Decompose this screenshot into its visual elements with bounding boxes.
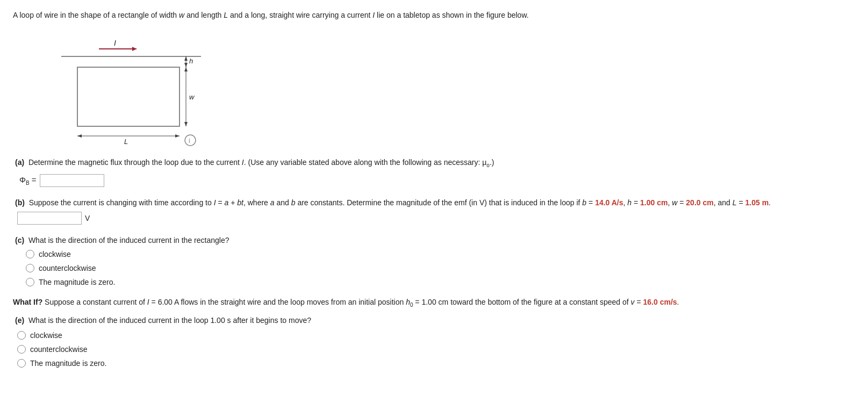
option-e-counterclockwise[interactable]: counterclockwise <box>17 345 855 354</box>
svg-text:w: w <box>189 93 195 101</box>
option-c-zero-label: The magnitude is zero. <box>39 278 115 286</box>
radio-c-zero-circle <box>26 278 34 286</box>
part-e-block: (e) What is the direction of the induced… <box>15 314 855 367</box>
svg-marker-11 <box>184 122 188 126</box>
part-c-label: (c) What is the direction of the induced… <box>15 234 855 246</box>
phi-label: ΦB = <box>19 175 37 186</box>
figure-container: I h w L i <box>45 28 217 147</box>
part-e-label: (e) What is the direction of the induced… <box>15 314 855 326</box>
svg-text:L: L <box>124 138 128 146</box>
radio-c-counterclockwise-circle <box>26 264 34 272</box>
part-e-radio-group: clockwise counterclockwise The magnitude… <box>17 331 855 368</box>
emf-row: V <box>17 212 855 225</box>
option-e-zero-label: The magnitude is zero. <box>30 359 106 368</box>
phi-row: ΦB = <box>19 174 855 187</box>
option-c-clockwise[interactable]: clockwise <box>26 250 855 258</box>
option-c-clockwise-label: clockwise <box>39 250 71 258</box>
svg-text:i: i <box>189 137 190 145</box>
option-c-zero[interactable]: The magnitude is zero. <box>26 278 855 286</box>
intro-text: A loop of wire in the shape of a rectang… <box>13 10 855 21</box>
part-c-letter: (c) <box>15 236 24 245</box>
svg-marker-10 <box>184 67 188 71</box>
svg-marker-14 <box>77 134 82 138</box>
radio-e-clockwise-circle <box>17 331 26 340</box>
svg-rect-8 <box>77 67 180 126</box>
emf-unit: V <box>85 214 90 222</box>
what-if-text: Suppose a constant current of I = 6.00 A… <box>45 298 679 306</box>
part-b-block: (b) Suppose the current is changing with… <box>13 197 855 225</box>
part-a-label: (a) Determine the magnetic flux through … <box>15 156 855 170</box>
what-if-bold: What If? <box>13 298 42 306</box>
option-e-zero[interactable]: The magnitude is zero. <box>17 359 855 368</box>
part-b-letter: (b) <box>15 198 25 207</box>
option-e-clockwise[interactable]: clockwise <box>17 331 855 340</box>
svg-text:h: h <box>189 57 193 65</box>
svg-point-17 <box>185 135 196 146</box>
figure-svg: I h w L i <box>45 28 217 147</box>
option-c-counterclockwise[interactable]: counterclockwise <box>26 264 855 272</box>
part-c-radio-group: clockwise counterclockwise The magnitude… <box>26 250 855 286</box>
radio-e-counterclockwise-circle <box>17 345 26 354</box>
svg-marker-5 <box>184 56 188 61</box>
part-b-label: (b) Suppose the current is changing with… <box>15 197 855 208</box>
part-e-letter: (e) <box>15 316 24 325</box>
part-a-letter: (a) <box>15 158 24 167</box>
radio-e-zero-circle <box>17 359 26 368</box>
option-c-counterclockwise-label: counterclockwise <box>39 264 96 272</box>
radio-c-clockwise-circle <box>26 250 34 258</box>
phi-input[interactable] <box>40 174 104 187</box>
svg-marker-15 <box>175 134 180 138</box>
option-e-counterclockwise-label: counterclockwise <box>30 345 88 354</box>
svg-marker-6 <box>184 63 188 67</box>
option-e-clockwise-label: clockwise <box>30 331 62 340</box>
part-c-block: (c) What is the direction of the induced… <box>13 234 855 286</box>
emf-input[interactable] <box>17 212 82 225</box>
svg-text:I: I <box>114 39 116 47</box>
what-if-block: What If? Suppose a constant current of I… <box>13 296 855 310</box>
part-a-block: (a) Determine the magnetic flux through … <box>13 156 855 187</box>
svg-marker-2 <box>132 47 137 51</box>
